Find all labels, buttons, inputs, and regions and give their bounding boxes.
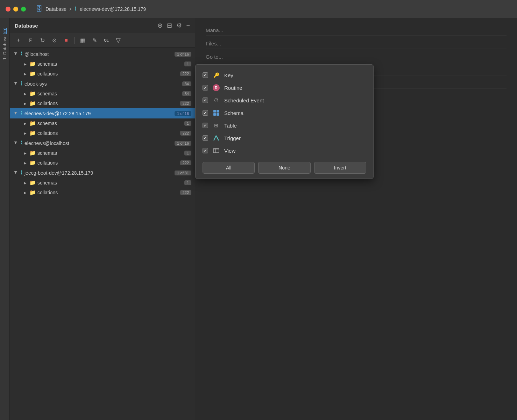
expand-icon-elecnews-dev[interactable]: ▶ (13, 110, 19, 116)
filter-checkbox-scheduled[interactable]: ✓ (203, 97, 208, 103)
localhost-schemas-label: schemas (37, 61, 181, 67)
expand-icon-jeecg-collations[interactable]: ▶ (22, 190, 28, 195)
tree-item-jeecg-schemas[interactable]: ▶ 📁 schemas 1 (10, 178, 195, 188)
breadcrumb-db[interactable]: Database (45, 6, 66, 12)
filter-row-table[interactable]: ✓ ⊞ Table (196, 119, 373, 132)
right-panel-files[interactable]: Files... (206, 38, 507, 49)
copy-button[interactable]: ⎘ (25, 35, 36, 45)
folder-icon-jeecg-schemas: 📁 (29, 180, 36, 186)
filter-checkbox-routine[interactable]: ✓ (203, 85, 208, 90)
tree-item-jeecg-collations[interactable]: ▶ 📁 collations 222 (10, 188, 195, 197)
tree-item-elecnews-loc-schemas[interactable]: ▶ 📁 schemas 1 (10, 148, 195, 158)
tree-item-ebook-sys[interactable]: ▶ ⌇ ebook-sys 34 (10, 79, 195, 89)
filter-checkbox-schema[interactable]: ✓ (203, 110, 208, 116)
tree-item-localhost-schemas[interactable]: ▶ 📁 schemas 1 (10, 59, 195, 69)
expand-icon-elecnews-loc-collations[interactable]: ▶ (22, 160, 28, 166)
filter-dropdown: ✓ 🔑 Key ✓ R Routine ✓ ⏱ Scheduled Event … (195, 64, 374, 179)
elecnews-localhost-label: elecnews@localhost (24, 140, 171, 146)
vertical-tab[interactable]: 🗄 1: Database (0, 18, 10, 420)
svg-line-5 (216, 136, 219, 140)
filter-all-button[interactable]: All (203, 162, 255, 174)
filter-row-schema[interactable]: ✓ Schema (196, 107, 373, 119)
tree-item-elecnews-loc-collations[interactable]: ▶ 📁 collations 222 (10, 158, 195, 168)
expand-icon-elecnews-dev-schemas[interactable]: ▶ (22, 121, 28, 126)
folder-icon-localhost-collations: 📁 (29, 71, 36, 77)
expand-icon-localhost[interactable]: ▶ (13, 51, 19, 57)
filter-checkbox-trigger[interactable]: ✓ (203, 135, 208, 141)
filter-button[interactable]: ▽ (113, 35, 123, 45)
maximize-button[interactable] (21, 7, 26, 12)
connection-icon-ebook-sys: ⌇ (20, 80, 23, 87)
title-bar: 🗄 Database › ⌇ elecnews-dev@172.28.15.17… (0, 0, 517, 18)
filter-row-key[interactable]: ✓ 🔑 Key (196, 69, 373, 81)
expand-icon-ebook-collations[interactable]: ▶ (22, 101, 28, 106)
split-button[interactable]: ⊟ (167, 22, 172, 29)
folder-icon-elecnews-dev-collations: 📁 (29, 130, 36, 136)
filter-label-key: Key (224, 72, 233, 78)
jeecg-schemas-badge: 1 (184, 180, 191, 185)
advanced-filter-button[interactable]: ⊘ (49, 35, 59, 45)
tree-item-elecnews-dev[interactable]: ▶ ⌇ elecnews-dev@172.28.15.179 1 of 16 (10, 108, 195, 118)
expand-icon-jeecg-boot-dev[interactable]: ▶ (13, 170, 19, 175)
filter-row-trigger[interactable]: ✓ Trigger (196, 132, 373, 144)
table-icon: ⊞ (212, 122, 220, 129)
toolbar-divider (74, 37, 75, 44)
folder-icon-localhost-schemas: 📁 (29, 61, 36, 67)
sidebar-toolbar: + ⎘ ↻ ⊘ ■ ▦ ✎ QL ▽ (10, 33, 195, 48)
close-button[interactable] (6, 7, 10, 12)
tree-item-elecnews-localhost[interactable]: ▶ ⌇ elecnews@localhost 1 of 16 (10, 138, 195, 148)
tree-item-elecnews-dev-schemas[interactable]: ▶ 📁 schemas 1 (10, 118, 195, 128)
expand-icon-jeecg-schemas[interactable]: ▶ (22, 180, 28, 186)
filter-checkbox-key[interactable]: ✓ (203, 72, 208, 78)
breadcrumb-connection[interactable]: elecnews-dev@172.28.15.179 (80, 6, 146, 12)
tree-item-localhost[interactable]: ▶ ⌇ @localhost 1 of 16 (10, 49, 195, 59)
expand-icon-elecnews-loc-schemas[interactable]: ▶ (22, 150, 28, 156)
stop-button[interactable]: ■ (61, 35, 71, 45)
tree-area[interactable]: ▶ ⌇ @localhost 1 of 16 ▶ 📁 schemas 1 ▶ 📁… (10, 48, 195, 420)
sidebar-title: Database (15, 23, 38, 29)
elecnews-dev-schemas-badge: 1 (184, 121, 191, 126)
ebook-collations-label: collations (37, 101, 177, 106)
table-view-button[interactable]: ▦ (77, 35, 88, 45)
vertical-tab-label[interactable]: 1: Database (2, 35, 7, 60)
refresh-button[interactable]: ↻ (37, 35, 48, 45)
tree-item-jeecg-boot-dev[interactable]: ▶ ⌇ jeecg-boot-dev@172.28.15.179 1 of 31 (10, 168, 195, 178)
svg-rect-6 (213, 149, 219, 153)
filter-row-routine[interactable]: ✓ R Routine (196, 81, 373, 94)
filter-invert-button[interactable]: Invert (314, 162, 366, 174)
expand-icon-ebook-schemas[interactable]: ▶ (22, 91, 28, 96)
tree-item-localhost-collations[interactable]: ▶ 📁 collations 222 (10, 69, 195, 79)
localhost-badge: 1 of 16 (175, 52, 191, 57)
expand-icon-elecnews-localhost[interactable]: ▶ (13, 140, 19, 146)
edit-button[interactable]: ✎ (89, 35, 100, 45)
right-panel-goto[interactable]: Go to... (206, 52, 507, 62)
expand-icon-ebook-sys[interactable]: ▶ (13, 81, 19, 86)
minimize-button[interactable] (13, 7, 18, 12)
tree-item-elecnews-dev-collations[interactable]: ▶ 📁 collations 222 (10, 128, 195, 138)
localhost-label: @localhost (24, 51, 171, 57)
add-item-button[interactable]: + (13, 35, 24, 45)
svg-rect-0 (213, 110, 216, 113)
right-panel-manage[interactable]: Mana... (206, 25, 507, 36)
filter-label-table: Table (224, 123, 237, 129)
folder-icon-jeecg-collations: 📁 (29, 189, 36, 196)
filter-row-scheduled[interactable]: ✓ ⏱ Scheduled Event (196, 94, 373, 107)
settings-button[interactable]: ⚙ (176, 22, 182, 29)
expand-icon-elecnews-dev-collations[interactable]: ▶ (22, 130, 28, 136)
sidebar-header: Database ⊕ ⊟ ⚙ − (10, 18, 195, 33)
svg-line-4 (214, 136, 216, 140)
filter-checkbox-table[interactable]: ✓ (203, 123, 208, 128)
minus-button[interactable]: − (186, 22, 190, 29)
filter-row-view[interactable]: ✓ View (196, 144, 373, 157)
jeecg-collations-label: collations (37, 190, 177, 195)
expand-icon-localhost-collations[interactable]: ▶ (22, 71, 28, 77)
add-connection-button[interactable]: ⊕ (157, 22, 163, 29)
filter-none-button[interactable]: None (258, 162, 310, 174)
tree-item-ebook-schemas[interactable]: ▶ 📁 schemas 34 (10, 89, 195, 99)
expand-icon-localhost-schemas[interactable]: ▶ (22, 61, 28, 67)
filter-checkbox-view[interactable]: ✓ (203, 148, 208, 153)
elecnews-localhost-badge: 1 of 16 (175, 141, 191, 146)
tree-item-ebook-collations[interactable]: ▶ 📁 collations 222 (10, 99, 195, 108)
sql-button[interactable]: QL (101, 35, 112, 45)
jeecg-collations-badge: 222 (180, 190, 191, 195)
